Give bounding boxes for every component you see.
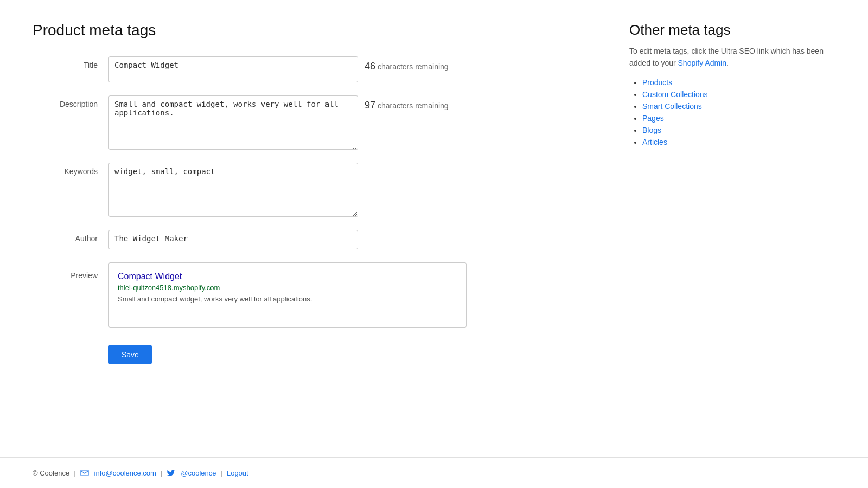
email-link[interactable]: info@coolence.com bbox=[94, 469, 156, 477]
preview-label: Preview bbox=[33, 262, 108, 280]
list-item: Custom Collections bbox=[642, 90, 835, 99]
footer-copyright: © Coolence bbox=[33, 469, 69, 477]
keywords-input[interactable]: widget, small, compact bbox=[108, 163, 358, 217]
email-icon bbox=[80, 468, 89, 477]
description-input[interactable]: Small and compact widget, works very wel… bbox=[108, 95, 358, 150]
meta-links-list: Products Custom Collections Smart Collec… bbox=[629, 78, 835, 146]
twitter-icon bbox=[167, 468, 175, 477]
list-item: Products bbox=[642, 78, 835, 87]
smart-collections-link[interactable]: Smart Collections bbox=[642, 102, 702, 111]
custom-collections-link[interactable]: Custom Collections bbox=[642, 90, 708, 99]
title-input[interactable]: Compact Widget bbox=[108, 56, 358, 82]
page-title: Product meta tags bbox=[33, 22, 597, 39]
logout-link[interactable]: Logout bbox=[227, 469, 248, 477]
author-label: Author bbox=[33, 230, 108, 243]
twitter-link[interactable]: @coolence bbox=[181, 469, 216, 477]
list-item: Blogs bbox=[642, 126, 835, 134]
list-item: Smart Collections bbox=[642, 102, 835, 111]
title-label: Title bbox=[33, 56, 108, 69]
footer: © Coolence | info@coolence.com | @coolen… bbox=[0, 457, 868, 488]
svg-rect-0 bbox=[81, 470, 88, 476]
pages-link[interactable]: Pages bbox=[642, 114, 664, 123]
description-label: Description bbox=[33, 95, 108, 108]
author-input[interactable]: The Widget Maker bbox=[108, 230, 358, 249]
title-char-count: 46 characters remaining bbox=[365, 56, 449, 72]
shopify-admin-link[interactable]: Shopify Admin bbox=[678, 59, 727, 67]
list-item: Pages bbox=[642, 114, 835, 123]
preview-url: thiel-quitzon4518.myshopify.com bbox=[118, 284, 457, 292]
products-link[interactable]: Products bbox=[642, 78, 672, 87]
preview-description: Small and compact widget, works very wel… bbox=[118, 295, 312, 303]
articles-link[interactable]: Articles bbox=[642, 138, 667, 146]
right-section-title: Other meta tags bbox=[629, 22, 835, 38]
description-char-count: 97 characters remaining bbox=[365, 95, 449, 111]
right-section-description: To edit meta tags, click the Ultra SEO l… bbox=[629, 45, 835, 69]
list-item: Articles bbox=[642, 138, 835, 146]
preview-box: Compact Widget thiel-quitzon4518.myshopi… bbox=[108, 262, 467, 328]
keywords-label: Keywords bbox=[33, 163, 108, 176]
save-button[interactable]: Save bbox=[108, 345, 152, 364]
blogs-link[interactable]: Blogs bbox=[642, 126, 661, 134]
preview-title-link[interactable]: Compact Widget bbox=[118, 272, 457, 281]
